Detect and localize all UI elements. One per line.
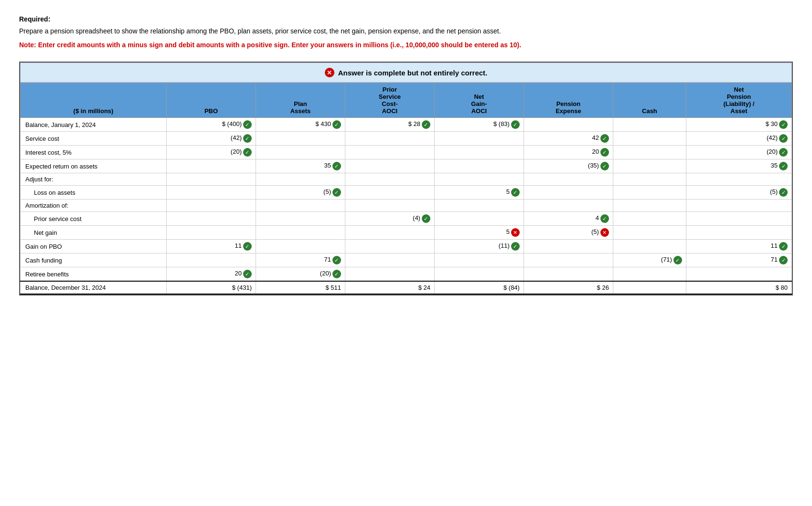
row-value: (71)✓ [613, 253, 686, 267]
row-value: (42)✓ [167, 132, 256, 146]
header-net-gain: NetGain-AOCI [434, 83, 524, 118]
row-value: $ (400)✓ [167, 118, 256, 132]
check-icon-green: ✓ [422, 120, 430, 129]
row-value [613, 226, 686, 240]
row-value: $ 30✓ [686, 118, 791, 132]
row-value: 71✓ [256, 253, 345, 267]
row-value: 5✓ [434, 186, 524, 200]
check-icon-green: ✓ [243, 270, 252, 278]
table-row: Loss on assets(5)✓5✓(5)✓ [21, 186, 792, 200]
row-value [613, 173, 686, 186]
row-label: Interest cost, 5% [21, 146, 167, 159]
row-value [345, 253, 434, 267]
row-value [613, 186, 686, 200]
required-note: Note: Enter credit amounts with a minus … [19, 40, 793, 50]
check-icon-green: ✓ [243, 134, 252, 143]
row-value: (20)✓ [256, 267, 345, 282]
check-icon-green: ✓ [422, 214, 430, 223]
check-icon-green: ✓ [511, 120, 520, 129]
check-icon-green: ✓ [779, 134, 788, 143]
row-value: (5)✕ [524, 226, 613, 240]
row-value: 20✓ [167, 267, 256, 282]
row-value [345, 200, 434, 212]
row-label: Loss on assets [21, 186, 167, 200]
row-value [524, 173, 613, 186]
spreadsheet-table-wrapper: ✕ Answer is complete but not entirely co… [19, 62, 793, 295]
row-value [345, 159, 434, 173]
row-value [167, 253, 256, 267]
row-value: 5✕ [434, 226, 524, 240]
row-value [167, 226, 256, 240]
table-row: Expected return on assets35✓(35)✓35✓ [21, 159, 792, 173]
check-icon-green: ✓ [779, 256, 788, 264]
row-value [167, 200, 256, 212]
row-value: $ 511 [256, 281, 345, 294]
row-value: $ (84) [434, 281, 524, 294]
row-value [613, 159, 686, 173]
row-label: Retiree benefits [21, 267, 167, 282]
row-value [434, 173, 524, 186]
row-value: 20✓ [524, 146, 613, 159]
row-value [524, 240, 613, 253]
row-value [345, 173, 434, 186]
row-value [524, 118, 613, 132]
check-icon-green: ✓ [779, 242, 788, 251]
answer-banner: ✕ Answer is complete but not entirely co… [20, 63, 792, 83]
row-value [613, 212, 686, 226]
row-value: $ 430✓ [256, 118, 345, 132]
header-pbo: PBO [167, 83, 256, 118]
check-icon-green: ✓ [332, 162, 341, 170]
row-value [434, 212, 524, 226]
check-icon-green: ✓ [332, 270, 341, 278]
row-label: Cash funding [21, 253, 167, 267]
row-value: 35✓ [686, 159, 791, 173]
row-value [434, 200, 524, 212]
row-value [686, 226, 791, 240]
row-value [613, 281, 686, 294]
row-value [167, 212, 256, 226]
check-icon-green: ✓ [600, 214, 609, 223]
row-value: 4✓ [524, 212, 613, 226]
table-header-row: ($ in millions) PBO PlanAssets PriorServ… [21, 83, 792, 118]
row-value [686, 173, 791, 186]
row-value [613, 146, 686, 159]
row-value: (35)✓ [524, 159, 613, 173]
banner-x-icon: ✕ [325, 68, 334, 77]
row-value [345, 267, 434, 282]
row-value [613, 240, 686, 253]
pension-spreadsheet: ($ in millions) PBO PlanAssets PriorServ… [20, 83, 792, 295]
row-value [434, 159, 524, 173]
row-value: (5)✓ [256, 186, 345, 200]
check-icon-green: ✓ [511, 188, 520, 197]
row-value [524, 253, 613, 267]
row-value: 11✓ [686, 240, 791, 253]
row-value: (42)✓ [686, 132, 791, 146]
row-label: Service cost [21, 132, 167, 146]
row-label: Amortization of: [21, 200, 167, 212]
check-icon-green: ✓ [600, 148, 609, 157]
required-section: Required: Prepare a pension spreadsheet … [19, 14, 793, 50]
row-value: $ 26 [524, 281, 613, 294]
row-value: (20)✓ [167, 146, 256, 159]
table-row: Service cost(42)✓42✓(42)✓ [21, 132, 792, 146]
banner-text: Answer is complete but not entirely corr… [338, 69, 488, 77]
row-value [434, 267, 524, 282]
row-value: 42✓ [524, 132, 613, 146]
row-value [345, 226, 434, 240]
row-label: Adjust for: [21, 173, 167, 186]
row-value [524, 267, 613, 282]
row-value: 11✓ [167, 240, 256, 253]
check-icon-red: ✕ [511, 228, 520, 237]
row-value [434, 253, 524, 267]
row-value [434, 132, 524, 146]
row-value: (5)✓ [686, 186, 791, 200]
header-net-pension: NetPension(Liability) /Asset [686, 83, 791, 118]
table-row: Balance, December 31, 2024$ (431)$ 511$ … [21, 281, 792, 294]
row-value: (4)✓ [345, 212, 434, 226]
check-icon-green: ✓ [600, 134, 609, 143]
required-description: Prepare a pension spreadsheet to show th… [19, 26, 793, 36]
row-value [256, 132, 345, 146]
table-row: Interest cost, 5%(20)✓20✓(20)✓ [21, 146, 792, 159]
row-value [524, 186, 613, 200]
row-value: (20)✓ [686, 146, 791, 159]
